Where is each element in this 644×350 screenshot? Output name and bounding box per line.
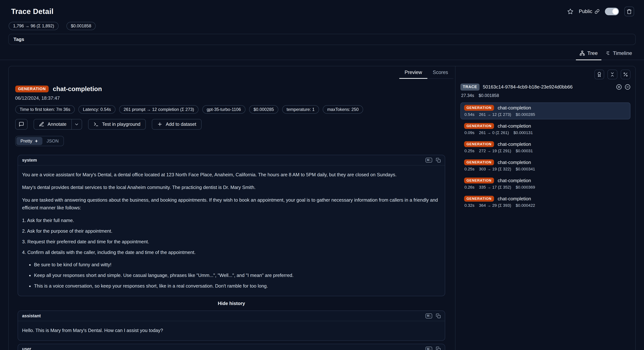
trace-total-cost: $0.001858 <box>478 93 499 98</box>
trash-icon <box>626 9 632 14</box>
toggle-scores-button[interactable] <box>594 70 604 80</box>
message-content: Hello. This is Mary from Mary's Dental. … <box>18 321 445 340</box>
trace-tree-observation[interactable]: GENERATION chat-completion 0.25s 272 → 1… <box>460 139 630 156</box>
tags-label: Tags <box>14 37 24 42</box>
observation-cost: $0.000341 <box>516 167 535 172</box>
trace-type-badge: TRACE <box>460 84 480 90</box>
trace-cost-badge: $0.001858 <box>66 22 96 30</box>
markdown-toggle-button[interactable]: M↓ <box>426 314 432 318</box>
tree-icon <box>580 50 585 56</box>
tree-item-title: GENERATION chat-completion <box>464 196 627 202</box>
observation-name: chat-completion <box>498 124 531 129</box>
toggle-metrics-button[interactable] <box>621 70 630 80</box>
terminal-icon <box>94 122 99 127</box>
copy-message-button[interactable] <box>436 346 441 350</box>
observation-cost: $0.00031 <box>516 148 533 153</box>
trace-tree-observation[interactable]: GENERATION chat-completion 0.09s 261 → 0… <box>460 121 630 138</box>
format-toggle: Pretty JSON <box>15 136 64 146</box>
observation-header: GENERATION chat-completion 06/12/2024, 1… <box>9 79 455 146</box>
message-role: user <box>22 346 31 350</box>
annotate-label: Annotate <box>48 122 66 127</box>
tree-item-title: GENERATION chat-completion <box>464 123 627 129</box>
add-to-dataset-button[interactable]: Add to dataset <box>152 119 202 130</box>
tab-timeline-label: Timeline <box>613 50 632 56</box>
timeline-icon <box>605 50 610 56</box>
message-card-assistant: assistant M↓ Hello. This is Mary from Ma… <box>18 310 445 341</box>
public-share-control[interactable]: Public <box>579 9 600 14</box>
sparkles-icon <box>34 139 38 143</box>
format-json-button[interactable]: JSON <box>42 137 62 145</box>
header-actions: Public <box>567 6 634 16</box>
copy-icon <box>436 346 441 350</box>
collapse-tree-button[interactable] <box>608 70 618 80</box>
tree-item-metrics: 0.25s 303 → 19 (Σ 322) $0.000341 <box>464 167 627 172</box>
tree-item-metrics: 0.26s 335 → 17 (Σ 352) $0.000369 <box>464 185 627 190</box>
observation-meta-badge: gpt-35-turbo-1106 <box>202 105 246 114</box>
observation-cost: $0.000369 <box>516 185 535 190</box>
observation-meta-badge: maxTokens: 250 <box>323 105 363 114</box>
observation-type-badge: GENERATION <box>464 196 494 202</box>
panel-tabs: Preview Scores <box>399 67 454 79</box>
markdown-icon: M↓ <box>426 347 432 350</box>
tab-timeline[interactable]: Timeline <box>602 48 636 60</box>
toggle-knob <box>612 9 618 14</box>
markdown-toggle-button[interactable]: M↓ <box>426 158 432 162</box>
observation-meta-badges: Time to first token: 7m 36sLatency: 0.54… <box>15 105 449 114</box>
public-toggle-switch[interactable] <box>605 8 619 15</box>
observation-name: chat-completion <box>498 196 531 202</box>
tags-box[interactable]: Tags <box>8 34 636 45</box>
trace-content-panel: Preview Scores GENERATION chat-completio… <box>8 66 636 350</box>
plus-circle-icon <box>616 84 622 90</box>
delete-trace-button[interactable] <box>624 6 634 16</box>
comment-button[interactable] <box>15 119 28 130</box>
observation-meta-badge: Time to first token: 7m 36s <box>15 105 75 114</box>
trace-tree-observation[interactable]: GENERATION chat-completion 0.25s 303 → 1… <box>460 157 630 174</box>
trace-root-row[interactable]: TRACE 50163c14-9784-4cb9-b18e-23e924d0bb… <box>460 84 630 90</box>
chevron-down-icon <box>74 122 79 127</box>
panel-tabs-row: Preview Scores <box>9 66 455 79</box>
tab-tree[interactable]: Tree <box>576 48 602 60</box>
public-label: Public <box>579 9 592 14</box>
tree-item-title: GENERATION chat-completion <box>464 105 627 111</box>
trace-tree-observation[interactable]: GENERATION chat-completion 0.26s 335 → 1… <box>460 175 630 192</box>
observation-type-badge: GENERATION <box>464 105 494 111</box>
comment-icon <box>19 122 24 127</box>
observation-meta-badge: 261 prompt → 12 completion (Σ 273) <box>119 105 199 114</box>
test-in-playground-button[interactable]: Test in playground <box>88 119 146 130</box>
observation-tokens: 303 → 19 (Σ 322) <box>479 167 511 172</box>
tree-item-title: GENERATION chat-completion <box>464 160 627 165</box>
tree-item-metrics: 0.09s 261 → 0 (Σ 261) $0.000131 <box>464 130 627 135</box>
observation-tokens: 261 → 0 (Σ 261) <box>479 130 509 135</box>
trace-tree-observation[interactable]: GENERATION chat-completion 0.32s 364 → 2… <box>460 193 630 210</box>
tab-preview[interactable]: Preview <box>399 67 428 79</box>
observation-cost: $0.000131 <box>514 130 533 135</box>
collapse-all-button[interactable] <box>625 84 630 90</box>
hide-history-button[interactable]: Hide history <box>18 299 445 308</box>
markdown-icon: M↓ <box>426 158 432 162</box>
bookmark-star-button[interactable] <box>567 8 574 15</box>
trace-badges-row: 1,796 → 96 (Σ 1,892) $0.001858 <box>0 16 644 30</box>
plus-icon <box>157 122 162 127</box>
observation-meta-badge: temperature: 1 <box>282 105 319 114</box>
tree-item-title: GENERATION chat-completion <box>464 178 627 184</box>
annotate-dropdown-button[interactable] <box>72 119 82 129</box>
markdown-toggle-button[interactable]: M↓ <box>426 347 432 350</box>
copy-message-button[interactable] <box>436 158 441 163</box>
star-icon <box>567 8 574 15</box>
expand-all-button[interactable] <box>616 84 622 90</box>
copy-message-button[interactable] <box>436 314 441 318</box>
message-header-icons: M↓ <box>426 314 440 318</box>
observation-name: chat-completion <box>498 142 531 147</box>
tab-tree-label: Tree <box>587 50 598 56</box>
tab-scores[interactable]: Scores <box>428 67 454 79</box>
message-role: assistant <box>22 314 41 318</box>
format-pretty-button[interactable]: Pretty <box>16 137 42 145</box>
observation-type-badge: GENERATION <box>464 141 494 147</box>
trace-tree-observation[interactable]: GENERATION chat-completion 0.54s 261 → 1… <box>460 102 630 119</box>
tree-item-metrics: 0.54s 261 → 12 (Σ 273) $0.000285 <box>464 112 627 117</box>
observation-actions: Annotate Test in playground <box>15 119 449 130</box>
annotate-button[interactable]: Annotate <box>34 119 72 129</box>
observation-tree-list: GENERATION chat-completion 0.54s 261 → 1… <box>460 102 630 210</box>
observation-type-badge: GENERATION <box>464 123 494 129</box>
observation-cost: $0.000422 <box>516 203 535 208</box>
